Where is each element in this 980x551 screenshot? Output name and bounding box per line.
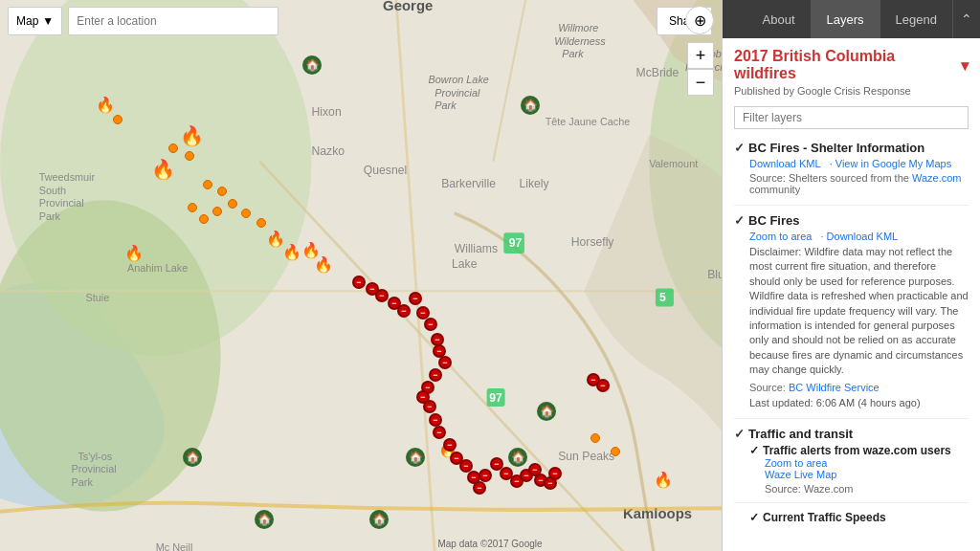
bc-fires-kml-link[interactable]: Download KML — [827, 231, 899, 242]
collapse-button[interactable]: ⌃ — [953, 0, 980, 38]
svg-text:Mc Neill: Mc Neill — [156, 541, 193, 551]
sub-layer-traffic-speeds: ✓ Current Traffic Speeds — [749, 511, 969, 524]
layer-traffic-transit: ✓ Traffic and transit ✓ Traffic alerts f… — [734, 427, 969, 524]
svg-text:Horsefly: Horsefly — [571, 235, 615, 249]
map-type-button[interactable]: Map ▼ — [8, 7, 62, 35]
svg-text:Nazko: Nazko — [312, 144, 345, 158]
sidebar-tabs: About Layers Legend ⌃ — [723, 0, 980, 38]
bc-fires-updated: Last updated: 6:06 AM (4 hours ago) — [749, 397, 969, 408]
traffic-speeds-check-icon[interactable]: ✓ — [749, 511, 759, 524]
map-subtitle: Published by Google Crisis Response — [734, 85, 969, 97]
tab-layers[interactable]: Layers — [812, 0, 880, 38]
traffic-check-icon[interactable]: ✓ — [734, 427, 745, 441]
traffic-alerts-source: Source: Waze.com — [765, 483, 969, 495]
traffic-alerts-title: ✓ Traffic alerts from waze.com users — [749, 444, 969, 457]
sidebar-content: 2017 British Columbia wildfires ▾ Publis… — [723, 38, 980, 551]
svg-text:Sun Peaks: Sun Peaks — [558, 450, 614, 463]
svg-text:Anahim Lake: Anahim Lake — [127, 262, 188, 274]
svg-text:Park: Park — [39, 210, 61, 222]
traffic-transit-title: ✓ Traffic and transit — [734, 427, 969, 441]
divider — [734, 418, 969, 419]
compass-button[interactable]: ⊕ — [685, 6, 714, 34]
divider — [734, 205, 969, 206]
svg-text:Valemount: Valemount — [649, 158, 698, 169]
compass-icon: ⊕ — [694, 11, 706, 30]
svg-text:Bowron Lake: Bowron Lake — [429, 74, 489, 85]
svg-text:Tweedsmuir: Tweedsmuir — [39, 171, 96, 183]
bc-fires-check-icon[interactable]: ✓ — [734, 213, 745, 228]
svg-text:5: 5 — [659, 291, 666, 304]
svg-text:Lake: Lake — [452, 257, 478, 271]
sidebar: About Layers Legend ⌃ 2017 British Colum… — [722, 0, 980, 551]
location-input[interactable] — [68, 7, 278, 35]
bc-fires-source: Source: BC Wildfire Service — [749, 382, 969, 393]
layer-check-icon[interactable]: ✓ — [734, 141, 745, 155]
layer-bc-fires: ✓ BC Fires Zoom to area · Download KML D… — [734, 213, 969, 408]
bc-fires-disclaimer: Disclaimer: Wildfire data may not reflec… — [749, 245, 969, 378]
map-title: 2017 British Columbia wildfires ▾ — [734, 48, 969, 82]
svg-text:97: 97 — [489, 391, 502, 405]
layer-shelter-info: ✓ BC Fires - Shelter Information Downloa… — [734, 141, 969, 195]
svg-text:97: 97 — [509, 236, 523, 250]
zoom-controls: + − — [687, 42, 714, 96]
svg-text:Provincial: Provincial — [39, 197, 84, 209]
svg-text:South: South — [39, 185, 66, 196]
divider — [734, 502, 969, 503]
svg-text:McBride: McBride — [636, 66, 679, 79]
download-kml-link[interactable]: Download KML — [749, 158, 821, 169]
bc-wildfire-link[interactable]: BC Wildfire Service — [789, 382, 880, 393]
tab-about[interactable]: About — [747, 0, 812, 38]
shelter-layer-links: Download KML · View in Google My Maps — [749, 158, 969, 169]
bc-fires-zoom-link[interactable]: Zoom to area — [749, 231, 812, 242]
bc-fires-title: ✓ BC Fires — [734, 213, 969, 228]
map-type-label: Map — [16, 14, 38, 28]
map-container: Grassy Plains Fort Fraser Vanderhoof Pri… — [0, 0, 980, 551]
map-footer: Map data ©2017 Google — [437, 539, 542, 549]
traffic-speeds-title: ✓ Current Traffic Speeds — [749, 511, 969, 524]
svg-text:Quesnel: Quesnel — [364, 164, 407, 177]
svg-text:Likely: Likely — [520, 177, 550, 190]
svg-text:Park: Park — [562, 48, 584, 59]
dropdown-arrow-icon: ▼ — [42, 14, 54, 28]
svg-text:Tête Jaune Cache: Tête Jaune Cache — [546, 116, 631, 127]
map-watermark: Map data ©2017 Google — [437, 539, 542, 549]
zoom-in-button[interactable]: + — [687, 42, 714, 69]
title-dropdown-icon[interactable]: ▾ — [961, 56, 969, 75]
traffic-alerts-links: Zoom to area Waze Live Map — [765, 457, 969, 480]
svg-text:Provincial: Provincial — [72, 463, 117, 474]
svg-text:Park: Park — [72, 476, 94, 488]
filter-layers-input[interactable] — [734, 106, 969, 129]
waze-source-link[interactable]: Waze.com — [912, 172, 962, 184]
svg-text:Stuie: Stuie — [86, 292, 110, 303]
view-mymaps-link[interactable]: View in Google My Maps — [835, 158, 951, 169]
svg-text:Williams: Williams — [455, 242, 498, 255]
svg-text:Barkerville: Barkerville — [441, 177, 496, 190]
svg-text:Provincial: Provincial — [434, 87, 480, 99]
svg-text:Hixon: Hixon — [312, 105, 342, 119]
tab-legend[interactable]: Legend — [880, 0, 953, 38]
sub-layer-traffic-alerts: ✓ Traffic alerts from waze.com users Zoo… — [749, 444, 969, 495]
bc-fires-links: Zoom to area · Download KML — [749, 231, 969, 242]
layer-shelter-title: ✓ BC Fires - Shelter Information — [734, 141, 969, 155]
shelter-layer-source: Source: Shelters sourced from the Waze.c… — [749, 172, 969, 195]
svg-text:Park: Park — [434, 99, 457, 111]
svg-text:Ts'yl-os: Ts'yl-os — [78, 451, 112, 462]
traffic-alerts-check-icon[interactable]: ✓ — [749, 444, 759, 457]
waze-live-map-link[interactable]: Waze Live Map — [765, 469, 836, 480]
zoom-out-button[interactable]: − — [687, 69, 714, 96]
traffic-alerts-zoom-link[interactable]: Zoom to area — [765, 457, 827, 469]
